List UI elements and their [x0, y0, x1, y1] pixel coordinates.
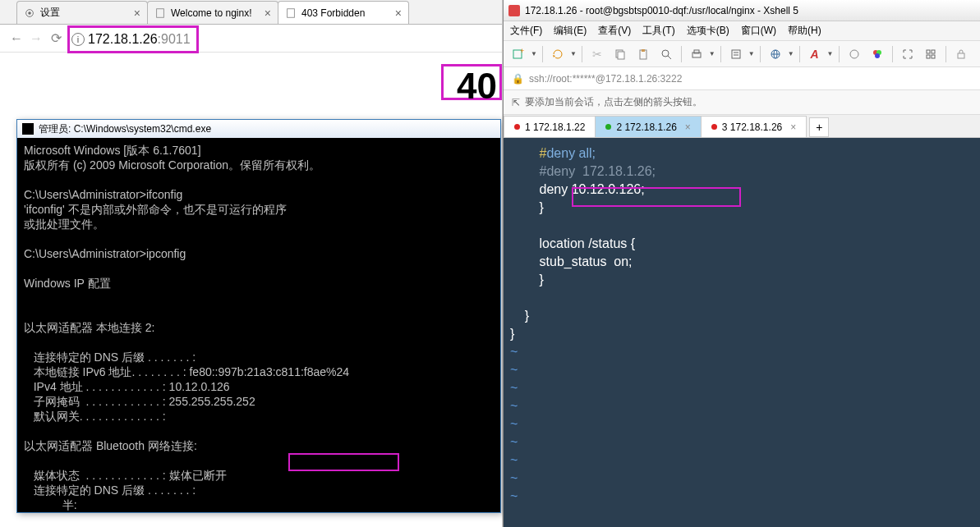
- svg-rect-25: [932, 50, 935, 53]
- close-icon[interactable]: ×: [395, 7, 402, 20]
- svg-point-1: [28, 11, 31, 15]
- close-icon[interactable]: ×: [790, 121, 796, 133]
- svg-point-23: [875, 53, 880, 58]
- dropdown-icon[interactable]: ▼: [788, 50, 794, 57]
- ssh-url: ssh://root:******@172.18.1.26:3222: [529, 73, 682, 85]
- cmd-output[interactable]: Microsoft Windows [版本 6.1.7601] 版权所有 (c)…: [17, 138, 500, 512]
- tip-text: 要添加当前会话，点击左侧的箭头按钮。: [525, 95, 702, 109]
- url-host[interactable]: 172.18.1.26: [88, 32, 158, 47]
- tab-label: Welcome to nginx!: [171, 7, 252, 19]
- dropdown-icon[interactable]: ▼: [570, 50, 577, 57]
- svg-rect-24: [927, 50, 930, 53]
- reconnect-icon[interactable]: [548, 44, 568, 64]
- lock-small-icon: 🔒: [512, 73, 524, 85]
- page-icon: [285, 7, 297, 19]
- globe-icon[interactable]: [766, 44, 785, 64]
- paste-icon[interactable]: [633, 44, 653, 64]
- tile-icon[interactable]: [921, 44, 941, 64]
- tab-label: 3 172.18.1.26: [722, 121, 782, 133]
- svg-rect-9: [642, 49, 645, 52]
- tab-label: 2 172.18.1.26: [616, 121, 676, 133]
- menu-tools[interactable]: 工具(T): [642, 24, 674, 38]
- search-icon[interactable]: [656, 44, 676, 64]
- back-button[interactable]: ←: [8, 30, 25, 47]
- dropdown-icon[interactable]: ▼: [827, 50, 834, 57]
- svg-rect-2: [157, 8, 164, 17]
- dropdown-icon[interactable]: ▼: [748, 50, 755, 57]
- print-icon[interactable]: [687, 44, 706, 64]
- menu-file[interactable]: 文件(F): [510, 24, 542, 38]
- svg-rect-7: [618, 52, 624, 59]
- encoding-icon[interactable]: [844, 44, 864, 64]
- svg-rect-14: [732, 50, 740, 58]
- xshell-toolbar: +▼ ▼ ✂ ▼ ▼ ▼ A▼: [504, 41, 980, 67]
- color-icon[interactable]: [867, 44, 887, 64]
- cmd-icon: [22, 123, 34, 135]
- tab-label: 设置: [40, 6, 60, 20]
- tab-403[interactable]: 403 Forbidden ×: [278, 1, 409, 24]
- page-heading: 40: [449, 64, 502, 108]
- reload-button[interactable]: ⟳: [48, 30, 64, 47]
- new-session-icon[interactable]: +: [508, 44, 528, 64]
- svg-point-10: [662, 50, 669, 57]
- session-tab-3[interactable]: 3 172.18.1.26 ×: [701, 116, 807, 137]
- xshell-tip: ⇱ 要添加当前会话，点击左侧的箭头按钮。: [504, 90, 980, 115]
- status-dot-icon: [514, 124, 520, 130]
- menu-view[interactable]: 查看(V): [598, 24, 631, 38]
- cut-icon[interactable]: ✂: [587, 44, 607, 64]
- xshell-session-tabs: 1 172.18.1.22 2 172.18.1.26 × 3 172.18.1…: [504, 115, 980, 138]
- menu-tab[interactable]: 选项卡(B): [687, 24, 729, 38]
- xshell-menubar: 文件(F) 编辑(E) 查看(V) 工具(T) 选项卡(B) 窗口(W) 帮助(…: [504, 21, 980, 41]
- dropdown-icon[interactable]: ▼: [709, 50, 715, 57]
- menu-window[interactable]: 窗口(W): [741, 24, 776, 38]
- xshell-titlebar[interactable]: 172.18.1.26 - root@bgsbtsp0010-dqf:/usr/…: [504, 0, 980, 21]
- cmd-title: 管理员: C:\Windows\system32\cmd.exe: [39, 122, 211, 136]
- close-icon[interactable]: ×: [134, 7, 140, 20]
- lock-icon[interactable]: [951, 44, 971, 64]
- forward-button[interactable]: →: [28, 30, 44, 47]
- font-icon[interactable]: A: [805, 44, 825, 64]
- xshell-addressbar[interactable]: 🔒 ssh://root:******@172.18.1.26:3222: [504, 67, 980, 90]
- url-port[interactable]: :9011: [158, 32, 191, 47]
- session-tab-2[interactable]: 2 172.18.1.26 ×: [595, 116, 701, 137]
- tab-label: 1 172.18.1.22: [525, 121, 585, 133]
- svg-rect-27: [932, 55, 935, 58]
- terminal[interactable]: #deny all; #deny 172.18.1.26; deny 10.12…: [504, 138, 980, 527]
- xshell-title: 172.18.1.26 - root@bgsbtsp0010-dqf:/usr/…: [525, 5, 798, 16]
- svg-rect-28: [958, 53, 964, 58]
- xshell-window: 172.18.1.26 - root@bgsbtsp0010-dqf:/usr/…: [503, 0, 980, 527]
- close-icon[interactable]: ×: [685, 121, 691, 133]
- arrow-icon[interactable]: ⇱: [512, 97, 520, 108]
- tab-welcome[interactable]: Welcome to nginx! ×: [147, 1, 278, 24]
- menu-edit[interactable]: 编辑(E): [554, 24, 587, 38]
- status-dot-icon: [711, 124, 717, 130]
- svg-point-20: [850, 50, 858, 58]
- dropdown-icon[interactable]: ▼: [531, 50, 537, 57]
- cmd-titlebar[interactable]: 管理员: C:\Windows\system32\cmd.exe: [17, 120, 500, 138]
- close-icon[interactable]: ×: [265, 7, 271, 20]
- copy-icon[interactable]: [610, 44, 630, 64]
- svg-line-11: [668, 56, 671, 59]
- menu-help[interactable]: 帮助(H): [788, 24, 821, 38]
- cmd-window: 管理员: C:\Windows\system32\cmd.exe Microso…: [16, 119, 501, 513]
- tab-settings[interactable]: 设置 ×: [16, 1, 148, 24]
- session-tab-1[interactable]: 1 172.18.1.22: [504, 116, 596, 137]
- page-icon: [154, 7, 166, 19]
- xshell-icon: [508, 5, 520, 16]
- status-dot-icon: [605, 124, 611, 130]
- info-icon[interactable]: i: [71, 33, 85, 46]
- svg-text:+: +: [520, 48, 524, 55]
- browser-tabs: 设置 × Welcome to nginx! × 403 Forbidden ×: [0, 0, 502, 25]
- svg-rect-3: [288, 8, 295, 17]
- url-highlight-box: i 172.18.1.26:9011: [67, 25, 199, 53]
- properties-icon[interactable]: [726, 44, 746, 64]
- tab-label: 403 Forbidden: [301, 7, 365, 19]
- address-bar: ← → ⟳ i 172.18.1.26:9011: [0, 25, 502, 53]
- fullscreen-icon[interactable]: [898, 44, 918, 64]
- gear-icon: [24, 7, 35, 19]
- svg-rect-26: [927, 55, 930, 58]
- add-tab-button[interactable]: +: [809, 117, 829, 137]
